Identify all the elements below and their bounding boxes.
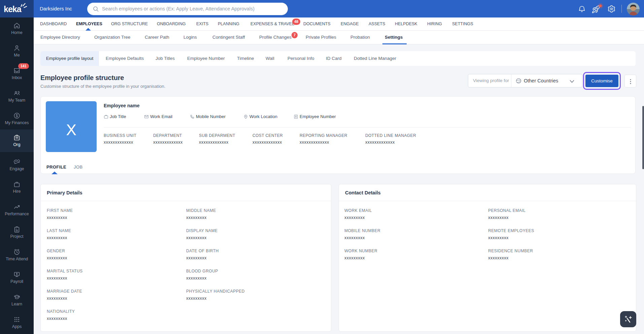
svg-text:keka: keka — [4, 4, 22, 14]
